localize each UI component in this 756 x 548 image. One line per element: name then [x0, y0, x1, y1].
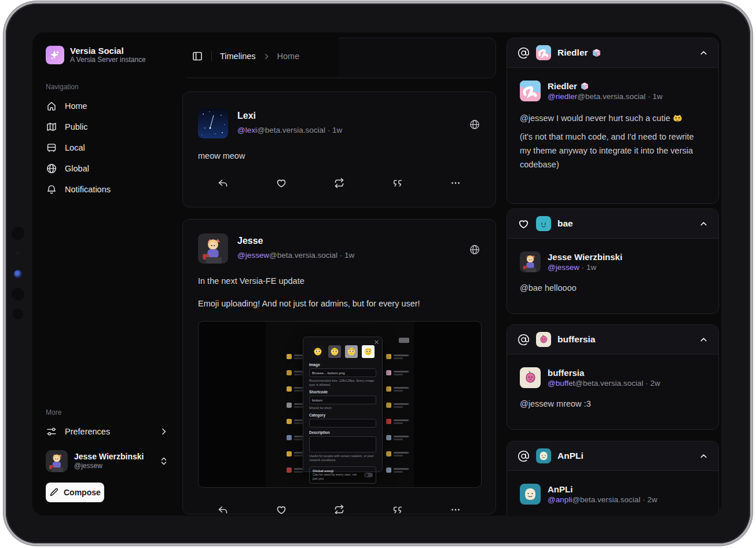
nav-section-label: Navigation: [46, 83, 168, 91]
quote-button[interactable]: [391, 177, 404, 189]
breadcrumb-timelines[interactable]: Timelines: [220, 52, 256, 61]
instance-title: Versia Social: [70, 46, 146, 56]
avatar: [520, 81, 541, 101]
avatar: [536, 45, 551, 60]
pencil-icon: [49, 488, 58, 497]
user-name: Jesse Wierzbinski: [548, 251, 622, 262]
tablet-sensor: [13, 309, 23, 319]
user-name: buffersia: [548, 367, 584, 378]
chevron-right-icon: [159, 427, 168, 436]
image-file-input[interactable]: Browse... bottom.png: [309, 368, 376, 377]
at-sign-icon: [518, 334, 530, 346]
heart-icon: [518, 218, 530, 230]
sidebar-item-notifications[interactable]: Notifications: [46, 182, 168, 196]
boost-button[interactable]: [333, 503, 346, 514]
reply-button[interactable]: [216, 177, 229, 189]
like-button[interactable]: [275, 503, 288, 514]
notification-user[interactable]: Jesse Wierzbinski @jessew · 1w: [520, 251, 706, 273]
pleading-emoji-icon: [328, 345, 341, 358]
notification-riedler: Riedler: [507, 38, 719, 204]
avatar: [536, 448, 551, 463]
avatar[interactable]: [198, 233, 228, 264]
sliders-icon: [46, 426, 57, 437]
chevron-up-icon[interactable]: [699, 335, 708, 344]
header-divider: [211, 51, 212, 61]
bus-icon: [46, 142, 57, 154]
avatar: [520, 484, 541, 505]
post-actions: [216, 503, 462, 514]
post-author-name[interactable]: Jesse: [237, 236, 263, 246]
notification-text: @bae helloooo: [520, 281, 706, 295]
sidebar-item-global[interactable]: Global: [46, 162, 168, 176]
visibility-globe-icon: [469, 244, 480, 255]
quote-button[interactable]: [391, 503, 404, 514]
bell-icon: [46, 184, 57, 195]
chevron-up-icon[interactable]: [699, 220, 708, 228]
shortcode-field-label: Shortcode: [309, 390, 376, 394]
post-author-handle[interactable]: @lexi@beta.versia.social · 1w: [237, 126, 342, 134]
global-emoji-hint: Can be used by every user, not just you: [313, 473, 362, 481]
image-field-hint: Recommended size: 128x128px. Every image…: [309, 379, 376, 387]
sidebar-item-label: Notifications: [65, 185, 111, 194]
shortcode-input[interactable]: bottom: [309, 396, 376, 404]
notification-text: @jessew I would never hurt such a cutie: [520, 111, 706, 171]
sidebar-item-preferences[interactable]: Preferences: [46, 425, 168, 439]
timeline-column: Timelines Home: [182, 32, 496, 516]
chevron-right-icon: [263, 53, 270, 60]
sidebar: Versia Social A Versia Server instance N…: [32, 32, 182, 516]
compose-button[interactable]: Compose: [46, 483, 104, 502]
notification-header[interactable]: AnPLi: [507, 441, 718, 471]
tablet-frame: Versia Social A Versia Server instance N…: [6, 3, 750, 543]
sidebar-toggle-button[interactable]: [192, 50, 203, 62]
reply-button[interactable]: [216, 503, 229, 514]
description-textarea[interactable]: [309, 436, 376, 452]
sidebar-item-home[interactable]: Home: [46, 99, 168, 113]
notification-header[interactable]: buffersia: [507, 325, 718, 355]
notification-user[interactable]: AnPLi @anpli@beta.versia.social · 2w: [520, 484, 706, 505]
sidebar-bottom-group: More Preferences: [46, 408, 168, 502]
category-input[interactable]: [309, 419, 376, 428]
post-content-line: Emoji uploading! And not just for admins…: [198, 299, 420, 308]
chevron-up-icon[interactable]: [699, 452, 708, 461]
account-switcher[interactable]: Jesse Wierzbinski @jessew: [46, 450, 168, 472]
notification-title: Riedler: [557, 48, 588, 58]
tablet-sensor: [12, 227, 24, 240]
global-emoji-setting: Global emoji Can be used by every user, …: [309, 466, 376, 484]
avatar: [520, 367, 541, 388]
sidebar-item-local[interactable]: Local: [46, 141, 168, 155]
emoji-preview-swatches: [309, 345, 376, 358]
notification-title: bae: [557, 218, 573, 229]
notification-user[interactable]: Riedler: [520, 81, 706, 102]
sidebar-item-public[interactable]: Public: [46, 120, 168, 134]
chevron-up-icon[interactable]: [699, 49, 708, 57]
more-options-button[interactable]: [449, 503, 462, 514]
breadcrumb: Timelines Home: [220, 52, 299, 61]
post-actions: [216, 177, 462, 189]
sidebar-item-label: Public: [65, 122, 88, 131]
sidebar-item-label: Global: [65, 164, 89, 173]
image-field-label: Image: [309, 363, 376, 367]
at-sign-icon: [518, 450, 530, 462]
notification-user[interactable]: buffersia @buffet@beta.versia.social · 2…: [520, 367, 706, 389]
avatar: [536, 216, 551, 231]
notification-text: @jessew mreow :3: [520, 397, 706, 411]
post-author-name[interactable]: Lexi: [237, 111, 256, 121]
description-field-hint: Useful for people with screen readers, o…: [309, 454, 376, 462]
sidebar-item-label: Local: [65, 143, 85, 152]
app-screen: Versia Social A Versia Server instance N…: [32, 32, 722, 516]
home-icon: [46, 100, 57, 112]
avatar[interactable]: [198, 108, 228, 138]
post-author-handle[interactable]: @jessew@beta.versia.social · 1w: [237, 251, 354, 260]
instance-subtitle: A Versia Server instance: [70, 56, 146, 64]
boost-button[interactable]: [333, 177, 346, 189]
timeline-header: Timelines Home: [182, 35, 339, 77]
breadcrumb-home[interactable]: Home: [277, 52, 300, 61]
post-image-attachment[interactable]: Image Browse... bottom.png Recommended s…: [198, 321, 482, 488]
like-button[interactable]: [275, 177, 288, 189]
notification-header[interactable]: Riedler: [507, 38, 718, 68]
screenshot-button: [399, 338, 409, 343]
global-emoji-toggle[interactable]: [364, 473, 373, 477]
notification-header[interactable]: bae: [507, 209, 718, 239]
trans-cube-emoji-icon: [592, 49, 601, 57]
more-options-button[interactable]: [449, 177, 462, 189]
